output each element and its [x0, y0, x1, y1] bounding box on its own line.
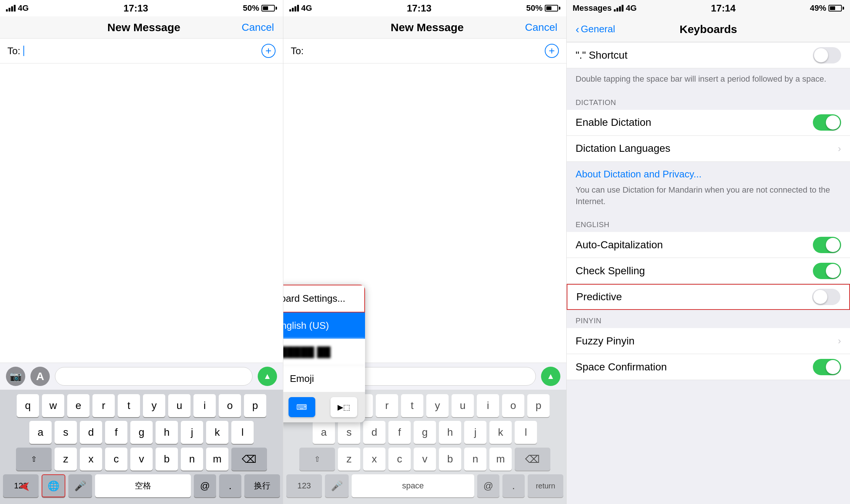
p2-key-r[interactable]: r: [376, 394, 398, 417]
key-r[interactable]: r: [92, 394, 115, 417]
p2-key-s[interactable]: s: [338, 421, 360, 444]
panel1: 4G 17:13 50% New Message Cancel To: + 📷: [0, 0, 283, 504]
p2-key-c[interactable]: c: [388, 448, 411, 471]
p2-key-m[interactable]: m: [489, 448, 512, 471]
kb-center-button[interactable]: ⌨: [289, 397, 315, 417]
p2-key-shift[interactable]: ⇧: [299, 448, 335, 471]
key-delete[interactable]: ⌫: [231, 448, 267, 471]
dictation-languages-row[interactable]: Dictation Languages ›: [567, 136, 850, 162]
auto-cap-toggle[interactable]: [813, 237, 841, 253]
p2-key-h[interactable]: h: [439, 421, 461, 444]
p2-key-g[interactable]: g: [414, 421, 436, 444]
key-g[interactable]: g: [130, 421, 153, 444]
p2-key-period[interactable]: .: [502, 474, 525, 497]
enable-dictation-toggle[interactable]: [813, 114, 841, 131]
key-a[interactable]: a: [29, 421, 52, 444]
blurred-item: ██████ ██: [283, 339, 365, 366]
bar3: [11, 6, 13, 12]
key-period[interactable]: .: [219, 474, 241, 497]
space-confirmation-toggle[interactable]: [813, 359, 841, 375]
p2-send-button[interactable]: ▲: [541, 367, 560, 386]
p2-key-x[interactable]: x: [363, 448, 385, 471]
globe-key[interactable]: 🌐: [42, 474, 65, 497]
p2-key-o[interactable]: o: [502, 394, 524, 417]
p2-key-delete[interactable]: ⌫: [515, 448, 550, 471]
panel2-cancel-button[interactable]: Cancel: [525, 22, 557, 33]
key-shift[interactable]: ⇧: [16, 448, 52, 471]
key-o[interactable]: o: [219, 394, 241, 417]
key-w[interactable]: w: [42, 394, 64, 417]
send-button[interactable]: ▲: [258, 367, 277, 386]
p2-key-t[interactable]: t: [401, 394, 423, 417]
fuzzy-pinyin-label: Fuzzy Pinyin: [576, 335, 838, 347]
panel2-nav-bar: New Message Cancel: [283, 16, 566, 39]
key-i[interactable]: i: [193, 394, 216, 417]
p2-key-n[interactable]: n: [464, 448, 486, 471]
back-button[interactable]: ‹ General: [576, 23, 615, 36]
keyboard-settings-item[interactable]: Keyboard Settings...: [283, 285, 365, 312]
p2-key-b[interactable]: b: [439, 448, 461, 471]
key-y[interactable]: y: [143, 394, 165, 417]
key-c[interactable]: c: [105, 448, 127, 471]
key-u[interactable]: u: [168, 394, 190, 417]
emoji-item[interactable]: Emoji: [283, 366, 365, 392]
p2-key-p[interactable]: p: [527, 394, 550, 417]
shortcut-toggle[interactable]: [813, 47, 841, 63]
p2-key-space[interactable]: space: [352, 474, 474, 497]
p2-key-at[interactable]: @: [477, 474, 499, 497]
key-s[interactable]: s: [55, 421, 77, 444]
p2-key-j[interactable]: j: [464, 421, 486, 444]
key-e[interactable]: e: [67, 394, 89, 417]
about-dictation-link[interactable]: About Dictation and Privacy...: [576, 168, 841, 180]
imessage-input[interactable]: [55, 367, 253, 386]
key-b[interactable]: b: [156, 448, 178, 471]
key-p[interactable]: p: [244, 394, 266, 417]
kb-right-button[interactable]: ▶⬚: [330, 397, 357, 417]
key-j[interactable]: j: [181, 421, 203, 444]
add-recipient-button[interactable]: +: [261, 44, 276, 58]
fuzzy-pinyin-row[interactable]: Fuzzy Pinyin ›: [567, 328, 850, 354]
p2-add-recipient-button[interactable]: +: [545, 44, 559, 58]
key-z[interactable]: z: [55, 448, 77, 471]
key-l[interactable]: l: [231, 421, 254, 444]
p2-key-mic[interactable]: 🎤: [325, 474, 349, 497]
keyboard-type-switchers: ⬚◀ ⌨ ▶⬚: [283, 392, 365, 422]
p2-key-u[interactable]: u: [452, 394, 474, 417]
p2-key-a[interactable]: a: [313, 421, 335, 444]
shortcut-label: "." Shortcut: [576, 49, 813, 61]
p2-key-i[interactable]: i: [477, 394, 499, 417]
english-us-item[interactable]: English (US): [283, 312, 365, 339]
key-v[interactable]: v: [130, 448, 153, 471]
check-spelling-toggle[interactable]: [813, 263, 841, 279]
key-x[interactable]: x: [80, 448, 102, 471]
predictive-toggle[interactable]: [812, 289, 840, 305]
p2-key-y[interactable]: y: [426, 394, 449, 417]
key-mic[interactable]: 🎤: [68, 474, 92, 497]
key-m[interactable]: m: [206, 448, 228, 471]
bar1: [6, 9, 8, 12]
p2-key-k[interactable]: k: [489, 421, 512, 444]
to-label: To:: [7, 45, 20, 57]
panel1-cancel-button[interactable]: Cancel: [242, 22, 274, 33]
key-space[interactable]: 空格: [95, 474, 191, 497]
p2-key-return[interactable]: return: [528, 474, 563, 497]
p3-battery-tip: [843, 7, 844, 10]
p2-key-f[interactable]: f: [388, 421, 411, 444]
p2-key-numbers[interactable]: 123: [286, 474, 322, 497]
appstore-button[interactable]: A: [30, 367, 50, 386]
key-h[interactable]: h: [156, 421, 178, 444]
key-huanxing[interactable]: 换行: [244, 474, 280, 497]
key-at[interactable]: @: [194, 474, 216, 497]
key-d[interactable]: d: [80, 421, 102, 444]
p2-key-d[interactable]: d: [363, 421, 385, 444]
key-n[interactable]: n: [181, 448, 203, 471]
key-f[interactable]: f: [105, 421, 127, 444]
p2-key-v[interactable]: v: [414, 448, 436, 471]
key-k[interactable]: k: [206, 421, 228, 444]
p2-key-z[interactable]: z: [338, 448, 360, 471]
p2-battery-tip: [559, 7, 560, 10]
key-t[interactable]: t: [118, 394, 140, 417]
key-q[interactable]: q: [17, 394, 39, 417]
p2-key-l[interactable]: l: [515, 421, 537, 444]
camera-button[interactable]: 📷: [6, 367, 25, 386]
